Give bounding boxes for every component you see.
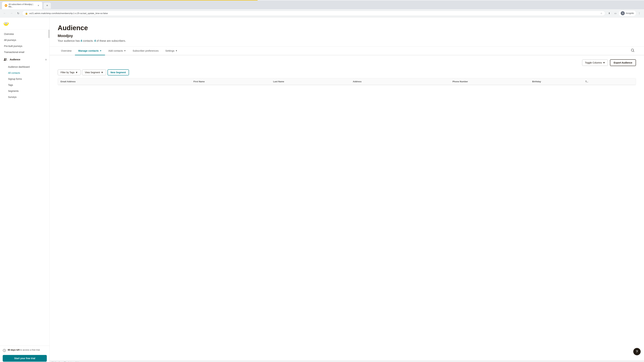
browser-address-bar: ← → ↻ 🔒 us21.admin.mailchimp.com/lists/m… bbox=[0, 9, 644, 17]
back-button[interactable]: ← bbox=[2, 10, 8, 16]
manage-contacts-chevron-icon: ▼ bbox=[100, 50, 102, 52]
browser-tab-new[interactable]: + bbox=[44, 2, 51, 9]
column-address[interactable]: Address bbox=[350, 78, 450, 85]
new-tab-icon: + bbox=[46, 4, 48, 7]
sidebar-label: Surveys bbox=[8, 96, 16, 98]
add-contacts-chevron-icon: ▼ bbox=[124, 50, 126, 52]
sidebar-item-audience-dashboard[interactable]: Audience dashboard bbox=[0, 64, 50, 70]
svg-point-6 bbox=[6, 58, 7, 59]
new-segment-button[interactable]: New Segment bbox=[108, 69, 129, 75]
sidebar-label: Overview bbox=[4, 33, 14, 35]
column-first-name[interactable]: First Name bbox=[191, 78, 270, 85]
sidebar-item-all-journeys[interactable]: All journeys bbox=[0, 37, 50, 43]
start-free-trial-button[interactable]: Start your free trial bbox=[3, 355, 47, 362]
clock-icon bbox=[3, 349, 6, 353]
column-phone-number[interactable]: Phone Number bbox=[450, 78, 530, 85]
stats-suffix: of these are subscribers. bbox=[96, 39, 126, 42]
browser-chrome: M All subscribers of Moodjoy | Ma... ✕ +… bbox=[0, 0, 644, 17]
column-email-address[interactable]: Email Address bbox=[58, 78, 191, 85]
toolbar: Toggle Columns ▼ Export Audience bbox=[58, 59, 636, 66]
refresh-button[interactable]: ↻ bbox=[16, 10, 21, 16]
tab-add-contacts[interactable]: Add contacts ▼ bbox=[105, 46, 129, 55]
svg-point-5 bbox=[4, 58, 5, 59]
tab-favicon: M bbox=[5, 4, 7, 7]
tab-overview-label: Overview bbox=[61, 49, 72, 52]
lock-icon: 🔒 bbox=[25, 12, 28, 14]
incognito-badge[interactable]: S Incognito bbox=[619, 10, 636, 16]
filter-tags-chevron-icon: ▼ bbox=[76, 71, 78, 74]
col-email-label: Email Address bbox=[60, 80, 76, 83]
sidebar-item-tags[interactable]: Tags bbox=[0, 82, 50, 88]
app-container: Overview All journeys Pre-built journeys… bbox=[0, 17, 644, 362]
tab-settings-label: Settings bbox=[165, 49, 174, 52]
tab-subscriber-preferences[interactable]: Subscriber preferences bbox=[129, 46, 162, 55]
sidebar-label: Audience dashboard bbox=[8, 65, 30, 68]
download-icon[interactable]: ⬇ bbox=[606, 10, 612, 16]
browser-tab-active[interactable]: M All subscribers of Moodjoy | Ma... ✕ bbox=[2, 2, 42, 9]
sidebar-item-all-contacts[interactable]: All contacts bbox=[0, 70, 50, 76]
help-button[interactable]: ? bbox=[633, 348, 641, 355]
page-header: Audience Moodjoy Your audience has 4 con… bbox=[50, 17, 644, 46]
filter-by-tags-button[interactable]: Filter by Tags ▼ bbox=[58, 69, 81, 75]
toggle-columns-chevron-icon: ▼ bbox=[603, 61, 605, 64]
content-area: Toggle Columns ▼ Export Audience Filter … bbox=[50, 55, 644, 361]
days-left-text: 90 days left bbox=[8, 349, 20, 351]
browser-title-bar: M All subscribers of Moodjoy | Ma... ✕ + bbox=[0, 0, 644, 9]
subscribers-count: 4 bbox=[94, 39, 96, 42]
audience-stats: Your audience has 4 contacts. 4 of these… bbox=[58, 39, 636, 42]
tab-close-button[interactable]: ✕ bbox=[37, 4, 40, 7]
main-content: Audience Moodjoy Your audience has 4 con… bbox=[50, 17, 644, 362]
url-text: us21.admin.mailchimp.com/lists/members/#… bbox=[29, 12, 599, 14]
col-tags-label: T... bbox=[585, 80, 588, 83]
table-header: Email Address First Name Last Name Addre… bbox=[58, 78, 636, 85]
forward-button[interactable]: → bbox=[9, 10, 14, 16]
tab-overview[interactable]: Overview bbox=[58, 46, 75, 55]
tab-manage-contacts[interactable]: Manage contacts ▼ bbox=[75, 46, 105, 55]
browser-actions: ⬇ ▭ S Incognito ⋮ bbox=[606, 10, 642, 16]
trial-notice: 90 days left to access a free trial. bbox=[3, 349, 47, 353]
col-lastname-label: Last Name bbox=[273, 80, 284, 83]
sidebar-item-surveys[interactable]: Surveys bbox=[0, 94, 50, 100]
sidebar: Overview All journeys Pre-built journeys… bbox=[0, 17, 50, 362]
sidebar-item-overview[interactable]: Overview bbox=[0, 31, 50, 37]
mailchimp-logo bbox=[3, 20, 10, 27]
col-birthday-label: Birthday bbox=[532, 80, 541, 83]
tab-search-button[interactable] bbox=[630, 47, 636, 54]
bookmark-icon[interactable]: ☆ bbox=[600, 12, 602, 14]
view-segment-button[interactable]: View Segment ▼ bbox=[82, 69, 106, 75]
toggle-columns-button[interactable]: Toggle Columns ▼ bbox=[582, 59, 608, 66]
device-icon[interactable]: ▭ bbox=[613, 10, 618, 16]
column-tags[interactable]: T... bbox=[582, 78, 636, 85]
sidebar-footer: 90 days left to access a free trial. Sta… bbox=[0, 346, 50, 362]
tab-manage-contacts-label: Manage contacts bbox=[78, 49, 99, 52]
sidebar-item-prebuilt-journeys[interactable]: Pre-built journeys bbox=[0, 43, 50, 49]
sidebar-item-transactional-email[interactable]: Transactional email bbox=[0, 49, 50, 55]
sidebar-label: Pre-built journeys bbox=[4, 45, 22, 47]
sidebar-label: Transactional email bbox=[4, 51, 24, 53]
column-birthday[interactable]: Birthday bbox=[530, 78, 582, 85]
col-phone-label: Phone Number bbox=[452, 80, 468, 83]
audience-icon bbox=[3, 57, 8, 62]
export-audience-button[interactable]: Export Audience bbox=[610, 59, 636, 66]
status-bar: Waiting for us21.admin.mailchimp.com... bbox=[50, 361, 644, 362]
sidebar-header bbox=[0, 17, 50, 30]
tab-settings[interactable]: Settings ▼ bbox=[162, 46, 181, 55]
sidebar-section-audience[interactable]: Audience ∧ bbox=[0, 55, 50, 64]
toggle-columns-label: Toggle Columns bbox=[585, 61, 602, 64]
help-icon: ? bbox=[636, 350, 638, 354]
svg-point-3 bbox=[6, 23, 7, 23]
sidebar-item-segments[interactable]: Segments bbox=[0, 88, 50, 94]
status-text: Waiting for us21.admin.mailchimp.com... bbox=[52, 361, 88, 362]
address-bar[interactable]: 🔒 us21.admin.mailchimp.com/lists/members… bbox=[22, 11, 605, 16]
stats-middle: contacts. bbox=[82, 39, 94, 42]
sidebar-label: All contacts bbox=[8, 71, 20, 74]
filter-bar: Filter by Tags ▼ View Segment ▼ New Segm… bbox=[58, 69, 636, 75]
col-firstname-label: First Name bbox=[193, 80, 204, 83]
column-last-name[interactable]: Last Name bbox=[270, 78, 350, 85]
sidebar-item-signup-forms[interactable]: Signup forms bbox=[0, 76, 50, 82]
sidebar-label: All journeys bbox=[4, 39, 16, 41]
scrollbar[interactable] bbox=[48, 30, 50, 38]
menu-icon[interactable]: ⋮ bbox=[636, 10, 642, 16]
contacts-count: 4 bbox=[80, 39, 82, 42]
tab-subscriber-preferences-label: Subscriber preferences bbox=[133, 49, 159, 52]
